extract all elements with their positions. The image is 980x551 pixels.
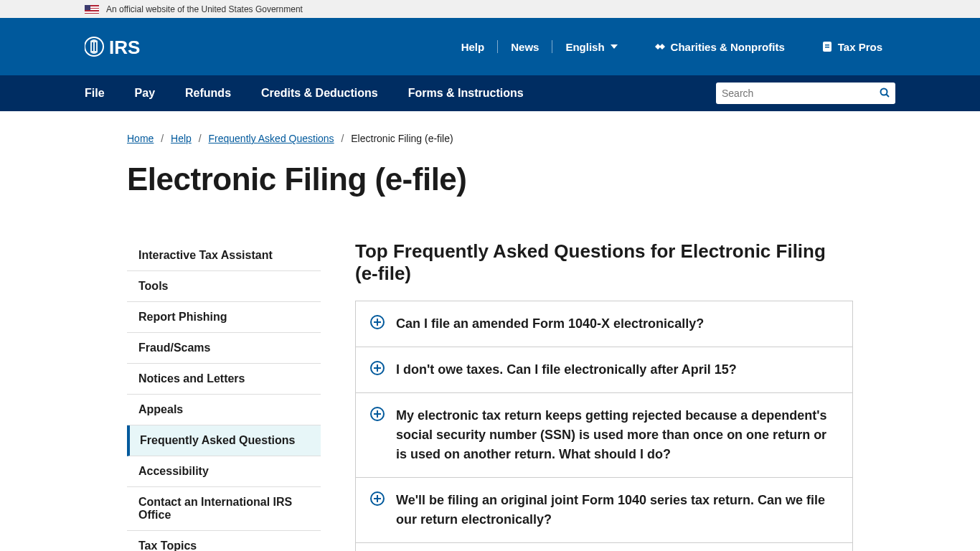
faq-list: Can I file an amended Form 1040-X electr… xyxy=(355,301,853,551)
svg-rect-1 xyxy=(92,42,93,51)
faq-area: Top Frequently Asked Questions for Elect… xyxy=(355,240,853,551)
svg-rect-6 xyxy=(825,47,829,48)
plus-circle-icon xyxy=(370,315,385,329)
crumb-sep: / xyxy=(161,133,164,144)
sidebar-item[interactable]: Interactive Tax Assistant xyxy=(127,240,321,271)
faq-item[interactable]: Can I file an amended Form 1040-X electr… xyxy=(355,301,853,347)
taxpros-link[interactable]: Tax Pros xyxy=(808,40,895,53)
plus-circle-icon xyxy=(370,361,385,375)
help-link[interactable]: Help xyxy=(448,40,499,53)
taxpros-label: Tax Pros xyxy=(838,41,882,53)
faq-item[interactable]: My electronic tax return keeps getting r… xyxy=(355,392,853,478)
sidebar-item[interactable]: Report Phishing xyxy=(127,302,321,333)
document-icon xyxy=(821,40,834,53)
sidebar-item[interactable]: Fraud/Scams xyxy=(127,333,321,364)
nav-items: File Pay Refunds Credits & Deductions Fo… xyxy=(85,87,524,100)
faq-question: I don't owe taxes. Can I file electronic… xyxy=(396,360,838,380)
sidebar-item[interactable]: Tools xyxy=(127,271,321,302)
nav-refunds[interactable]: Refunds xyxy=(185,87,231,100)
irs-logo[interactable]: IRS xyxy=(85,34,156,60)
search-input[interactable] xyxy=(722,88,880,99)
faq-item[interactable]: I filed electronically and my tax return… xyxy=(355,542,853,551)
search-icon[interactable] xyxy=(880,88,890,100)
charities-link[interactable]: Charities & Nonprofits xyxy=(641,40,798,53)
sidebar-item[interactable]: Appeals xyxy=(127,395,321,425)
crumb-current: Electronic Filing (e-file) xyxy=(351,133,453,144)
nav-credits[interactable]: Credits & Deductions xyxy=(261,87,378,100)
page-title: Electronic Filing (e-file) xyxy=(127,161,853,197)
charities-label: Charities & Nonprofits xyxy=(671,41,785,53)
faq-question: Can I file an amended Form 1040-X electr… xyxy=(396,314,838,334)
chevron-down-icon xyxy=(611,44,618,49)
svg-point-7 xyxy=(881,88,887,95)
sidebar-item[interactable]: Notices and Letters xyxy=(127,364,321,395)
svg-rect-5 xyxy=(825,44,829,46)
plus-circle-icon xyxy=(370,407,385,421)
plus-circle-icon xyxy=(370,491,385,506)
svg-line-8 xyxy=(887,94,890,97)
gov-banner-text: An official website of the United States… xyxy=(106,4,303,14)
faq-question: My electronic tax return keeps getting r… xyxy=(396,406,838,464)
sidebar-item[interactable]: Contact an International IRS Office xyxy=(127,487,321,531)
crumb-home[interactable]: Home xyxy=(127,133,154,144)
gov-banner: An official website of the United States… xyxy=(0,0,980,18)
breadcrumb: Home / Help / Frequently Asked Questions… xyxy=(127,111,853,144)
nav-pay[interactable]: Pay xyxy=(135,87,155,100)
crumb-sep: / xyxy=(199,133,202,144)
nav-bar: File Pay Refunds Credits & Deductions Fo… xyxy=(0,75,980,111)
crumb-sep: / xyxy=(341,133,344,144)
faq-item[interactable]: We'll be filing an original joint Form 1… xyxy=(355,477,853,543)
main-row: Interactive Tax AssistantToolsReport Phi… xyxy=(127,240,853,551)
sidebar-item[interactable]: Accessibility xyxy=(127,456,321,487)
top-links: Help News English Charities & Nonprofits… xyxy=(448,40,895,53)
faq-heading: Top Frequently Asked Questions for Elect… xyxy=(355,240,853,285)
handshake-icon xyxy=(654,40,666,53)
svg-text:IRS: IRS xyxy=(109,37,140,58)
nav-forms[interactable]: Forms & Instructions xyxy=(408,87,524,100)
sidebar-item[interactable]: Tax Topics xyxy=(127,531,321,551)
crumb-faq[interactable]: Frequently Asked Questions xyxy=(209,133,334,144)
top-header: IRS Help News English Charities & Nonpro… xyxy=(0,18,980,75)
language-selector[interactable]: English xyxy=(552,40,630,53)
sidebar: Interactive Tax AssistantToolsReport Phi… xyxy=(127,240,321,551)
search-box[interactable] xyxy=(716,83,895,104)
faq-question: We'll be filing an original joint Form 1… xyxy=(396,491,838,529)
language-label: English xyxy=(565,41,604,53)
nav-file[interactable]: File xyxy=(85,87,105,100)
svg-rect-2 xyxy=(95,42,96,51)
faq-item[interactable]: I don't owe taxes. Can I file electronic… xyxy=(355,347,853,393)
content: Home / Help / Frequently Asked Questions… xyxy=(42,111,938,551)
sidebar-item[interactable]: Frequently Asked Questions xyxy=(127,425,321,456)
crumb-help[interactable]: Help xyxy=(171,133,192,144)
us-flag-icon xyxy=(85,5,99,14)
news-link[interactable]: News xyxy=(498,40,552,53)
